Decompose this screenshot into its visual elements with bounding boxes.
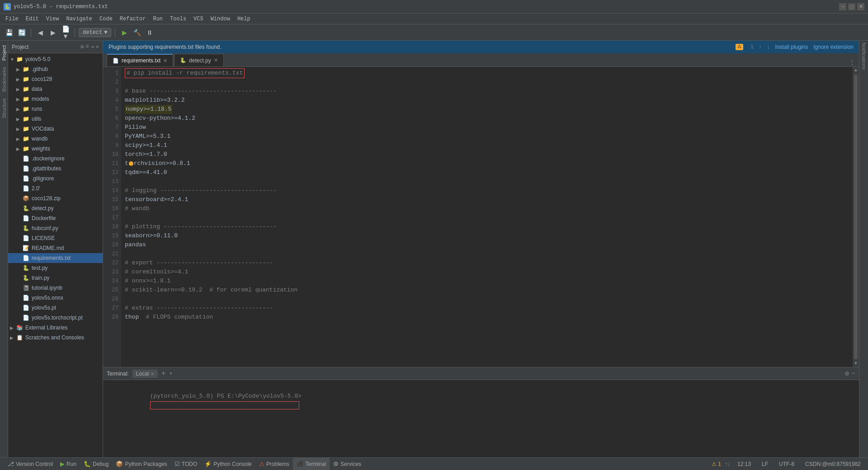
tree-item[interactable]: 📦 coco128.zip xyxy=(8,193,103,203)
tree-item[interactable]: ▶ 📁 utils xyxy=(8,114,103,124)
detect-config-button[interactable]: detect ▼ xyxy=(79,28,111,37)
status-services[interactable]: ⚙ Services xyxy=(330,458,365,470)
status-terminal[interactable]: ⬛ Terminal xyxy=(293,458,330,470)
menu-code[interactable]: Code xyxy=(96,15,116,23)
project-tab[interactable]: Project xyxy=(0,42,8,63)
tab-requirements[interactable]: 📄 requirements.txt ✕ xyxy=(107,54,173,66)
terminal-chevron-icon[interactable]: ▾ xyxy=(169,370,172,377)
save-all-button[interactable]: 💾 xyxy=(4,27,14,38)
bookmarks-tab-btn[interactable]: Bookmarks xyxy=(0,64,8,94)
status-bar: ⎇ Version Control ▶ Run 🐛 Debug 📦 Python… xyxy=(0,457,868,470)
status-run[interactable]: ▶ Run xyxy=(57,458,80,470)
back-button[interactable]: ◀ xyxy=(35,27,46,38)
terminal-content[interactable]: (pytorch_yolo_5.0) PS E:\PyCode\yolov5-5… xyxy=(103,380,859,457)
terminal-minimize-icon[interactable]: − xyxy=(852,370,855,377)
tree-item[interactable]: ▶ 📁 data xyxy=(8,84,103,94)
tree-item[interactable]: ▶ 📁 wandb xyxy=(8,134,103,144)
scroll-thumb[interactable] xyxy=(854,75,858,359)
ignore-extension-link[interactable]: Ignore extension xyxy=(813,44,854,50)
structure-tab-btn[interactable]: Structure xyxy=(0,95,8,121)
menu-tools[interactable]: Tools xyxy=(166,15,190,23)
menu-navigate[interactable]: Navigate xyxy=(62,15,96,23)
terminal-tab-local[interactable]: Local ✕ xyxy=(132,370,158,378)
minimize-button[interactable]: － xyxy=(839,3,846,10)
tree-root[interactable]: ▼ 📁 yolov5-5.0 xyxy=(8,54,103,64)
tree-item[interactable]: 📝 README.md xyxy=(8,243,103,253)
tab-detect[interactable]: 🐍 detect.py ✕ xyxy=(174,54,224,66)
terminal-settings-icon[interactable]: ⚙ xyxy=(845,370,849,377)
status-python-console[interactable]: ⚡ Python Console xyxy=(201,458,255,470)
menu-help[interactable]: Help xyxy=(234,15,254,23)
tree-item[interactable]: ▶ 📁 .github xyxy=(8,64,103,74)
tree-scratches[interactable]: ▶ 📋 Scratches and Consoles xyxy=(8,333,103,343)
terminal-add-tab[interactable]: + xyxy=(161,370,166,378)
tree-item[interactable]: 🐍 hubconf.py xyxy=(8,223,103,233)
menu-view[interactable]: View xyxy=(42,15,63,23)
status-debug[interactable]: 🐛 Debug xyxy=(80,458,112,470)
tree-item[interactable]: 📄 .dockerignore xyxy=(8,154,103,164)
tree-item[interactable]: 📄 LICENSE xyxy=(8,233,103,243)
tree-item[interactable]: 🐍 test.py xyxy=(8,263,103,273)
py-icon: 🐍 xyxy=(23,275,30,281)
status-problems[interactable]: ⚠ Problems xyxy=(255,458,293,470)
menu-file[interactable]: File xyxy=(2,15,22,23)
status-line-ending[interactable]: LF xyxy=(758,461,772,467)
notifications-tab[interactable]: Notifications xyxy=(861,42,867,70)
status-encoding[interactable]: UTF-8 xyxy=(775,461,798,467)
menu-run[interactable]: Run xyxy=(149,15,166,23)
scroll-down-icon[interactable]: ▼ xyxy=(854,361,857,366)
code-editor: 12345 678910 1112131415 1617181920 21222… xyxy=(103,67,859,367)
tree-item[interactable]: ▶ 📁 VOCdata xyxy=(8,124,103,134)
tree-item[interactable]: 📄 yolov5s.torchscript.pt xyxy=(8,313,103,323)
menu-edit[interactable]: Edit xyxy=(22,15,42,23)
tree-item[interactable]: 📄 2.0' xyxy=(8,183,103,193)
tree-requirements-selected[interactable]: 📄 requirements.txt xyxy=(8,253,103,263)
status-line-col[interactable]: 12:13 xyxy=(734,461,755,467)
tab-overflow-icon[interactable]: ⋮ xyxy=(849,59,855,66)
tree-item[interactable]: ▶ 📁 weights xyxy=(8,144,103,154)
file-icon: 📓 xyxy=(23,285,30,291)
recent-files-button[interactable]: 📄▼ xyxy=(60,27,71,38)
tree-item[interactable]: 📄 .gitattributes xyxy=(8,164,103,174)
run-button[interactable]: ▶ xyxy=(119,27,130,38)
status-csdn[interactable]: CSDN:@m0:87591982 xyxy=(802,461,864,467)
install-plugins-link[interactable]: Install plugins xyxy=(775,44,808,50)
tree-item[interactable]: 📄 Dockerfile xyxy=(8,213,103,223)
forward-button[interactable]: ▶ xyxy=(47,27,58,38)
tree-item[interactable]: 🐍 detect.py xyxy=(8,203,103,213)
terminal-input-box[interactable] xyxy=(150,401,299,409)
tree-item[interactable]: 📄 .gitignore xyxy=(8,174,103,183)
menu-window[interactable]: Window xyxy=(207,15,234,23)
tree-item[interactable]: 📓 tutorial.ipynb xyxy=(8,283,103,293)
file-icon: 📄 xyxy=(23,155,30,162)
debug-button[interactable]: ⏸ xyxy=(144,27,155,38)
sync-button[interactable]: 🔄 xyxy=(16,27,27,38)
tree-external-libraries[interactable]: ▶ 📚 External Libraries xyxy=(8,323,103,333)
tree-item[interactable]: ▶ 📁 coco128 xyxy=(8,74,103,84)
panel-expand-icon[interactable]: ⇥ xyxy=(91,43,94,50)
tab-requirements-close[interactable]: ✕ xyxy=(163,58,167,64)
panel-gear-icon[interactable]: ≡ xyxy=(85,43,89,50)
tree-item[interactable]: ▶ 📁 runs xyxy=(8,104,103,114)
panel-settings-icon[interactable]: ⚙ xyxy=(80,43,84,50)
build-button[interactable]: 🔨 xyxy=(132,27,142,38)
vertical-scrollbar[interactable]: ▲ ▼ xyxy=(853,67,859,367)
code-content[interactable]: # pip install -r requirements.txt # base… xyxy=(121,67,853,367)
panel-close-icon[interactable]: ✕ xyxy=(96,43,99,50)
tree-item[interactable]: 📄 yolov5s.onnx xyxy=(8,293,103,303)
tab-detect-close[interactable]: ✕ xyxy=(214,57,218,63)
close-button[interactable]: ✕ xyxy=(857,3,864,10)
tree-item[interactable]: ▶ 📁 models xyxy=(8,94,103,104)
menu-vcs[interactable]: VCS xyxy=(190,15,207,23)
tree-item-label: tutorial.ipynb xyxy=(32,285,62,291)
maximize-button[interactable]: □ xyxy=(848,3,855,10)
terminal-tab-close[interactable]: ✕ xyxy=(151,371,154,376)
scroll-up-icon[interactable]: ▲ xyxy=(854,68,857,73)
tree-item[interactable]: 📄 yolov5s.pt xyxy=(8,303,103,313)
tree-item[interactable]: 🐍 train.py xyxy=(8,273,103,283)
status-python-packages[interactable]: 📦 Python Packages xyxy=(112,458,170,470)
status-version-control[interactable]: ⎇ Version Control xyxy=(4,458,57,470)
menu-refactor[interactable]: Refactor xyxy=(116,15,150,23)
status-todo[interactable]: ☑ TODO xyxy=(171,458,201,470)
tree-item-label: test.py xyxy=(32,265,47,271)
